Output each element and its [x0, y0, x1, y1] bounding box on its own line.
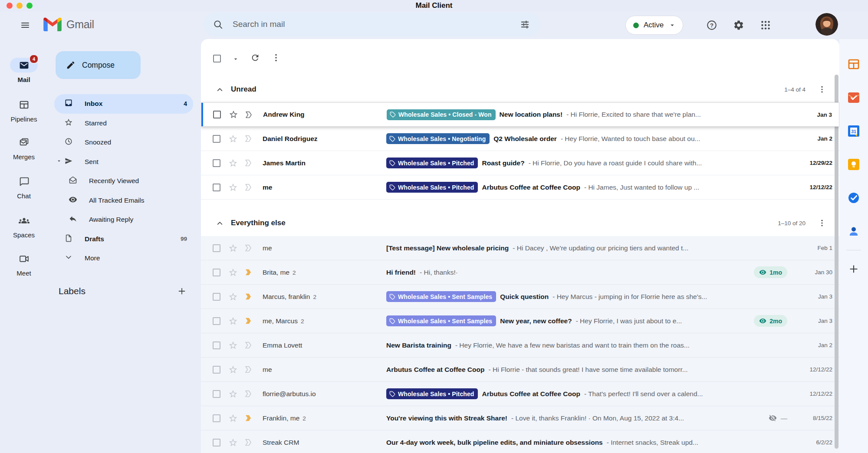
row-checkbox[interactable] [213, 439, 220, 446]
star-icon[interactable] [228, 134, 238, 144]
email-row[interactable]: Franklin, me2You're viewing this with St… [201, 406, 839, 430]
row-checkbox[interactable] [213, 159, 220, 167]
star-icon[interactable] [228, 316, 238, 326]
collapse-section-button[interactable] [216, 219, 224, 227]
sidebar-item-all-tracked-emails[interactable]: All Tracked Emails [54, 191, 193, 210]
email-row[interactable]: Marcus, franklin2Wholesale Sales • Sent … [201, 285, 839, 309]
star-icon[interactable] [228, 365, 238, 374]
star-icon[interactable] [228, 438, 238, 447]
row-checkbox[interactable] [213, 317, 220, 325]
importance-marker-icon[interactable] [244, 365, 253, 374]
importance-marker-icon[interactable] [244, 243, 253, 253]
star-icon[interactable] [228, 341, 238, 350]
row-checkbox[interactable] [213, 111, 221, 118]
streak-mail-button[interactable] [847, 91, 861, 105]
email-row[interactable]: me[Test message] New wholesale pricing -… [201, 236, 839, 260]
nav-rail-item-meet[interactable]: Meet [0, 251, 48, 277]
nav-rail-item-pipelines[interactable]: Pipelines [0, 97, 48, 123]
search-input[interactable] [232, 19, 515, 30]
email-row[interactable]: meArbutus Coffee at Coffee Coop - Hi Flo… [201, 358, 839, 382]
compose-button[interactable]: Compose [56, 51, 141, 79]
sidebar-item-inbox[interactable]: Inbox4 [54, 94, 193, 114]
importance-marker-icon[interactable] [244, 438, 253, 447]
email-row[interactable]: florrie@arbutus.ioWholesale Sales • Pitc… [201, 382, 839, 406]
importance-marker-icon[interactable] [244, 183, 253, 192]
pipeline-stage-chip[interactable]: Wholesale Sales • Sent Samples [386, 291, 496, 302]
star-icon[interactable] [229, 110, 238, 119]
importance-marker-icon[interactable] [244, 110, 253, 119]
star-icon[interactable] [228, 268, 238, 277]
select-dropdown-button[interactable] [232, 56, 239, 62]
star-icon[interactable] [228, 414, 238, 423]
search-bar[interactable] [204, 12, 540, 36]
pipeline-stage-chip[interactable]: Wholesale Sales • Pitched [386, 158, 478, 168]
sidebar-item-drafts[interactable]: Drafts99 [54, 230, 193, 249]
sidebar-item-snoozed[interactable]: Snoozed [54, 133, 193, 152]
email-row[interactable]: Brita, me2Hi friend! - Hi, thanks!·1moJa… [201, 260, 839, 285]
email-row[interactable]: Daniel RodriguezWholesale Sales • Negoti… [201, 127, 839, 151]
sidebar-item-awaiting-reply[interactable]: Awaiting Reply [54, 210, 193, 230]
collapse-section-button[interactable] [216, 85, 224, 94]
google-keep-button[interactable] [847, 158, 861, 171]
email-row[interactable]: James MartinWholesale Sales • PitchedRoa… [201, 151, 839, 175]
star-icon[interactable] [228, 158, 238, 168]
importance-marker-icon[interactable] [244, 268, 253, 277]
importance-marker-icon[interactable] [244, 292, 253, 301]
expand-caret-icon[interactable] [56, 158, 62, 166]
email-row[interactable]: meWholesale Sales • PitchedArbutus Coffe… [201, 175, 839, 200]
row-checkbox[interactable] [213, 184, 220, 191]
star-icon[interactable] [228, 292, 238, 302]
importance-marker-icon[interactable] [244, 414, 253, 423]
row-checkbox[interactable] [213, 269, 220, 276]
importance-marker-icon[interactable] [244, 158, 253, 167]
pipeline-stage-chip[interactable]: Wholesale Sales • Pitched [386, 388, 478, 399]
create-label-button[interactable] [175, 284, 189, 298]
account-avatar[interactable] [815, 13, 838, 36]
email-row[interactable]: me, Marcus2Wholesale Sales • Sent Sample… [201, 309, 839, 333]
row-checkbox[interactable] [213, 244, 220, 252]
row-checkbox[interactable] [213, 414, 220, 422]
search-icon[interactable] [213, 20, 223, 30]
row-checkbox[interactable] [213, 341, 220, 349]
refresh-button[interactable] [250, 53, 260, 62]
sidebar-item-sent[interactable]: Sent [54, 152, 193, 172]
streak-pipelines-button[interactable] [847, 57, 861, 71]
pipeline-stage-chip[interactable]: Wholesale Sales • Sent Samples [386, 315, 496, 326]
get-addons-button[interactable] [847, 262, 861, 276]
row-checkbox[interactable] [213, 366, 220, 374]
main-menu-button[interactable] [16, 16, 34, 34]
importance-marker-icon[interactable] [244, 341, 253, 350]
select-all-checkbox[interactable] [213, 55, 221, 62]
importance-marker-icon[interactable] [244, 389, 253, 398]
sidebar-item-more[interactable]: More [54, 249, 193, 268]
section-menu-button[interactable] [818, 219, 826, 227]
row-checkbox[interactable] [213, 293, 220, 301]
row-checkbox[interactable] [213, 135, 220, 143]
pipeline-stage-chip[interactable]: Wholesale Sales • Closed - Won [387, 109, 496, 120]
google-contacts-button[interactable] [847, 224, 861, 238]
star-icon[interactable] [228, 243, 238, 253]
settings-button[interactable] [729, 16, 748, 35]
nav-rail-item-mail[interactable]: 4Mail [0, 58, 48, 83]
section-menu-button[interactable] [818, 85, 826, 94]
star-icon[interactable] [228, 389, 238, 399]
email-row[interactable]: Emma LovettNew Barista training - Hey Fl… [201, 333, 839, 358]
pipeline-stage-chip[interactable]: Wholesale Sales • Pitched [386, 182, 478, 193]
row-checkbox[interactable] [213, 390, 220, 398]
google-tasks-button[interactable] [847, 191, 861, 205]
nav-rail-item-chat[interactable]: Chat [0, 174, 48, 200]
email-row[interactable]: Andrew KingWholesale Sales • Closed - Wo… [201, 102, 839, 127]
status-dropdown[interactable]: Active [625, 16, 683, 35]
more-options-button[interactable] [271, 53, 281, 62]
sidebar-item-starred[interactable]: Starred [54, 114, 193, 133]
help-button[interactable]: ? [702, 16, 721, 35]
star-icon[interactable] [228, 183, 238, 192]
importance-marker-icon[interactable] [244, 316, 253, 325]
scrollbar[interactable] [835, 75, 838, 449]
nav-rail-item-spaces[interactable]: Spaces [0, 213, 48, 239]
email-row[interactable]: Streak CRMOur 4-day work week, bulk pipe… [201, 430, 839, 453]
importance-marker-icon[interactable] [244, 134, 253, 143]
pipeline-stage-chip[interactable]: Wholesale Sales • Negotiating [386, 133, 490, 144]
search-options-button[interactable] [515, 15, 534, 34]
google-calendar-button[interactable]: 31 [847, 124, 861, 138]
